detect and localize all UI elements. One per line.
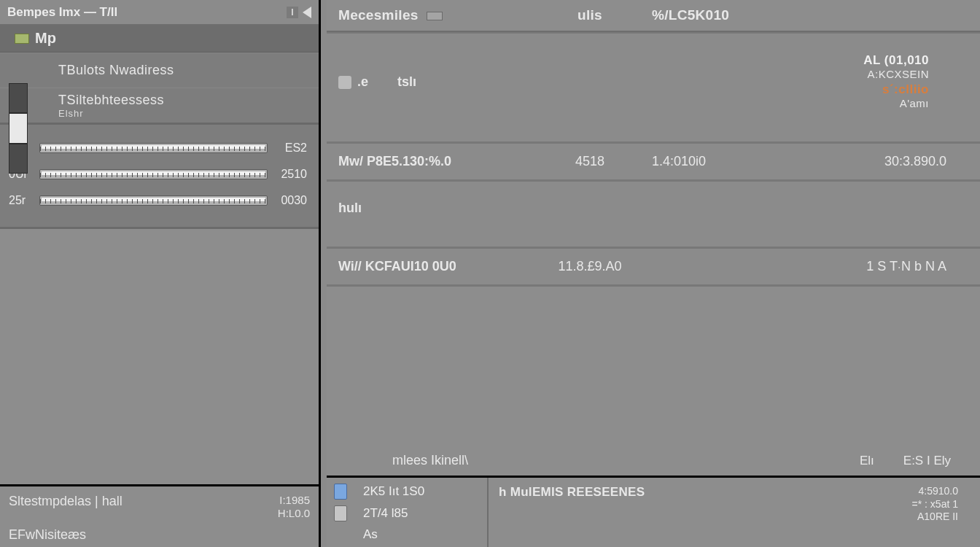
collapse-left-icon[interactable] <box>303 7 311 18</box>
slider-track[interactable] <box>39 143 268 153</box>
row-c3: 1.4:010i0 <box>652 154 805 169</box>
status-label: Sltestmpdelas | hall <box>9 494 122 520</box>
row-c4: 30:3.890.0 <box>805 154 968 169</box>
col-2-label[interactable]: ulis <box>528 7 652 23</box>
bottom-left-row[interactable]: 2K5 Iıt 1S0 <box>334 484 480 500</box>
row-c2: 4518 <box>528 154 652 169</box>
list-row[interactable]: hulı <box>327 180 980 247</box>
row-c4: 1 S T⸱N b N A <box>805 259 968 274</box>
bottom-right-value: A10RE II <box>912 511 958 524</box>
bottom-left-row[interactable]: As <box>334 527 480 542</box>
slider-value: 0030 <box>273 194 310 207</box>
list-row[interactable]: Wi// KCFAUI10 0U011.8.£9.A01 S T⸱N b N A <box>327 247 980 285</box>
sort-toggle-icon[interactable] <box>427 12 443 20</box>
status-val-1: I:1985 <box>278 494 310 507</box>
nav-root[interactable]: Mp <box>0 25 319 53</box>
row-c1: Wi// KCFAUI10 0U0 <box>338 259 456 274</box>
bottom-left-panel: 2K5 Iıt 1S02T/4 l85As <box>327 478 489 547</box>
folder-icon <box>15 34 29 44</box>
nav-item-2-code: Elshr <box>58 108 164 119</box>
col-3-label[interactable]: %/LC5K010 <box>652 7 805 23</box>
list-row[interactable]: .etslıAL (01,010A:KCXSEIN s´:clliio A'am… <box>327 32 980 142</box>
panel-title: Bempes Imx — T/ll <box>7 5 117 20</box>
slider-row[interactable]: 25r0030 <box>9 187 310 214</box>
list-body: .etslıAL (01,010A:KCXSEIN s´:clliio A'am… <box>327 32 980 285</box>
bottom-right-value: 4:5910.0 <box>912 485 958 498</box>
row-c1-pre: .e <box>357 74 368 89</box>
bottom-strip: 2K5 Iıt 1S02T/4 l85As h MulEMIS REESEENE… <box>327 476 980 547</box>
bottom-right-value: =* : x5at 1 <box>912 498 958 511</box>
nav-item-2-label: TSiltebhteessess <box>58 93 164 107</box>
row-c1: Mw/ P8E5.130:%.0 <box>338 154 451 168</box>
slider-row[interactable]: 0Ul2510 <box>9 161 310 187</box>
content-footer-r1: Elı <box>860 454 874 468</box>
bottom-right-label: h MulEMIS REESEENES <box>499 485 645 543</box>
nav-item-2[interactable]: TSiltebhteessess Elshr <box>0 88 319 123</box>
status-label-2: EFwNisiteæs <box>9 527 86 543</box>
main-pane: Mecesmiles ulis %/LC5K010 .etslıAL (01,0… <box>321 0 980 547</box>
col-1-label[interactable]: Mecesmiles <box>338 7 419 23</box>
document-icon <box>334 505 347 521</box>
content-area: mlees Ikinell\ Elı E:S I Ely <box>327 285 980 476</box>
slider-label: 25r <box>9 194 34 207</box>
content-footer-left: mlees Ikinell\ <box>392 453 468 468</box>
row-c1: tslı <box>397 74 416 89</box>
list-header: Mecesmiles ulis %/LC5K010 <box>327 0 980 32</box>
slider-row[interactable]: 25IIES2 <box>9 135 310 161</box>
slider-value: 2510 <box>273 168 310 181</box>
nav-tree: Mp TBulots Nwadiress TSiltebhteessess El… <box>0 25 319 125</box>
panel-pin-icon[interactable]: I <box>287 7 298 18</box>
sidebar-empty <box>0 229 319 484</box>
sidebar-header: Bempes Imx — T/ll I <box>0 0 319 25</box>
sidebar: Bempes Imx — T/ll I Mp TBulots Nwadiress <box>0 0 321 547</box>
sliders-panel: 25IIES20Ul251025r0030 <box>0 125 319 229</box>
content-footer-r2: E:S I Ely <box>903 454 951 468</box>
nav-item-1-label: TBulots Nwadiress <box>58 63 174 78</box>
slider-value: ES2 <box>273 141 310 155</box>
nav-root-label: Mp <box>35 30 56 47</box>
slider-track[interactable] <box>39 195 268 206</box>
row-c4: AL (01,010A:KCXSEIN s´:clliio A'amı <box>805 53 968 111</box>
sidebar-status-panel: Sltestmpdelas | hall I:1985 H:L0.0 EFwNi… <box>0 484 319 547</box>
bottom-left-row[interactable]: 2T/4 l85 <box>334 505 480 521</box>
bottom-left-ag: As <box>363 527 378 542</box>
row-icon <box>338 76 351 89</box>
row-c2: 11.8.£9.A0 <box>528 259 652 274</box>
row-c1: hulı <box>338 201 362 215</box>
document-icon <box>334 484 347 500</box>
bottom-left-text: 2K5 Iıt 1S0 <box>363 484 424 499</box>
slider-track[interactable] <box>39 169 268 179</box>
list-row[interactable]: Mw/ P8E5.130:%.045181.4:010i030:3.890.0 <box>327 142 980 180</box>
nav-item-1[interactable]: TBulots Nwadiress <box>0 53 319 88</box>
view-strip[interactable] <box>9 83 28 174</box>
bottom-left-text: 2T/4 l85 <box>363 506 408 521</box>
bottom-right-values: 4:5910.0=* : x5at 1A10RE II <box>912 485 958 543</box>
status-val-2: H:L0.0 <box>278 507 310 520</box>
